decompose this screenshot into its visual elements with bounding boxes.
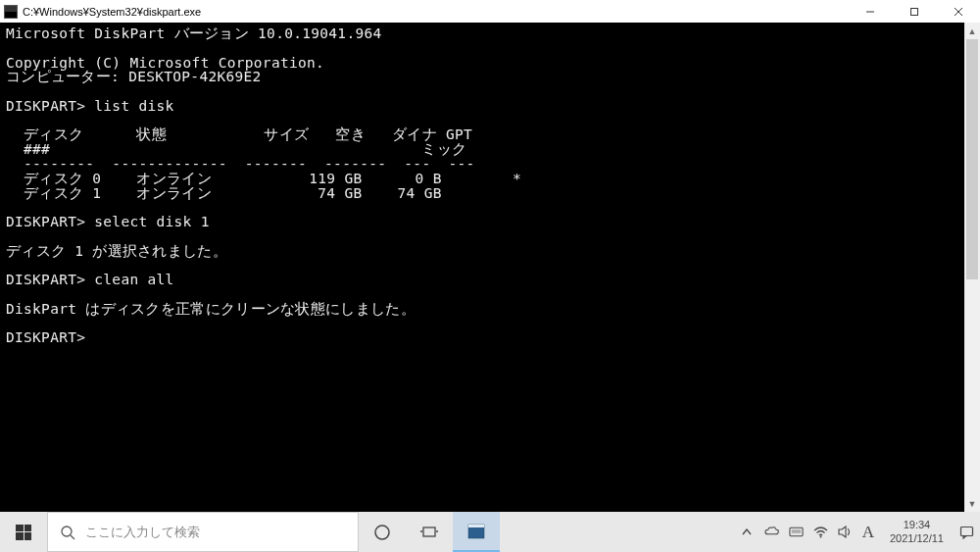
ime-indicator[interactable]: A xyxy=(862,523,874,542)
window-controls xyxy=(848,0,980,23)
terminal-text: Microsoft DiskPart バージョン 10.0.19041.964 … xyxy=(6,26,974,345)
keyboard-icon[interactable] xyxy=(789,525,804,539)
date-text: 2021/12/11 xyxy=(890,532,944,546)
svg-line-5 xyxy=(71,535,74,539)
scroll-thumb[interactable] xyxy=(966,39,978,279)
close-button[interactable] xyxy=(936,0,980,23)
svg-rect-17 xyxy=(961,527,973,535)
system-tray: A 19:34 2021/12/11 xyxy=(734,512,980,552)
notifications-icon[interactable] xyxy=(959,525,974,539)
minimize-button[interactable] xyxy=(848,0,892,23)
search-placeholder: ここに入力して検索 xyxy=(85,524,200,541)
volume-icon[interactable] xyxy=(838,525,853,539)
clock[interactable]: 19:34 2021/12/11 xyxy=(884,519,950,546)
scroll-up-icon[interactable]: ▲ xyxy=(964,23,980,39)
svg-rect-11 xyxy=(468,525,484,527)
onedrive-icon[interactable] xyxy=(764,525,779,539)
tray-chevron-up-icon[interactable] xyxy=(740,525,755,539)
svg-point-15 xyxy=(819,535,821,537)
terminal-output[interactable]: Microsoft DiskPart バージョン 10.0.19041.964 … xyxy=(0,23,980,512)
svg-rect-1 xyxy=(910,8,917,15)
scroll-track[interactable] xyxy=(964,39,980,495)
taskbar: ここに入力して検索 A 1 xyxy=(0,512,980,552)
time-text: 19:34 xyxy=(890,519,944,532)
wifi-icon[interactable] xyxy=(813,525,828,539)
windows-logo-icon xyxy=(16,525,31,540)
app-icon xyxy=(4,5,18,19)
taskbar-spacer xyxy=(500,512,734,552)
search-icon xyxy=(60,525,75,540)
vertical-scrollbar[interactable]: ▲ ▼ xyxy=(964,23,980,512)
window-titlebar: C:¥Windows¥System32¥diskpart.exe xyxy=(0,0,980,23)
cortana-icon[interactable] xyxy=(359,512,406,552)
scroll-down-icon[interactable]: ▼ xyxy=(964,495,980,512)
svg-point-6 xyxy=(375,526,389,539)
taskbar-search[interactable]: ここに入力して検索 xyxy=(47,512,359,552)
svg-rect-7 xyxy=(423,527,435,536)
svg-point-4 xyxy=(62,527,72,536)
taskbar-app-diskpart[interactable] xyxy=(453,512,500,552)
maximize-button[interactable] xyxy=(892,0,936,23)
svg-marker-16 xyxy=(839,527,846,537)
start-button[interactable] xyxy=(0,512,47,552)
window-title: C:¥Windows¥System32¥diskpart.exe xyxy=(23,6,848,18)
svg-rect-12 xyxy=(790,527,803,535)
task-view-icon[interactable] xyxy=(406,512,453,552)
